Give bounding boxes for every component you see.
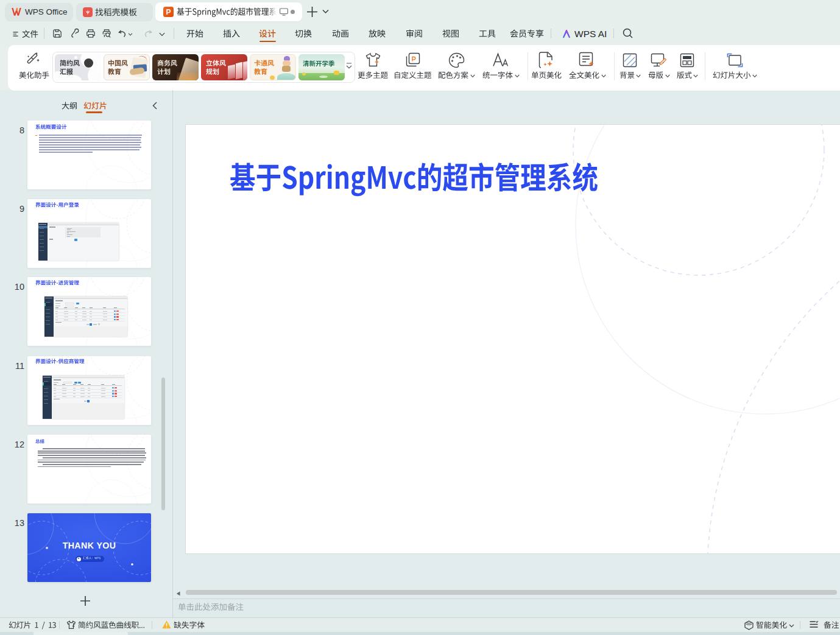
svg-text:P: P bbox=[166, 8, 171, 16]
